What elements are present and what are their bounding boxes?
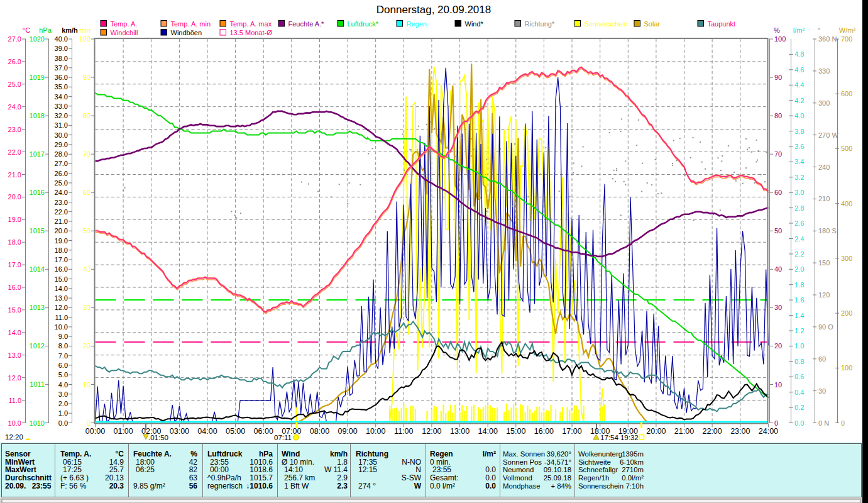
svg-text:24.0: 24.0	[8, 103, 21, 111]
svg-text:2.4: 2.4	[794, 235, 804, 243]
svg-text:Durchschnitt: Durchschnitt	[5, 473, 52, 482]
svg-text:0.0: 0.0	[794, 419, 804, 427]
svg-text:1395m: 1395m	[622, 450, 644, 458]
svg-text:12:20: 12:20	[5, 433, 23, 441]
svg-text:6-10km: 6-10km	[620, 458, 644, 466]
svg-text:4.4: 4.4	[794, 81, 804, 89]
svg-text:2.9: 2.9	[337, 473, 348, 482]
svg-text:Windböen: Windböen	[171, 29, 202, 36]
svg-text:4.8: 4.8	[794, 50, 804, 58]
svg-text:50: 50	[83, 227, 91, 235]
svg-text:25.0: 25.0	[8, 80, 21, 88]
svg-text:25.0: 25.0	[55, 179, 68, 187]
svg-text:37.0: 37.0	[55, 64, 68, 72]
svg-text:1013: 1013	[30, 304, 45, 311]
svg-text:40.0: 40.0	[55, 35, 68, 43]
svg-text:2.6: 2.6	[794, 219, 804, 227]
svg-text:10: 10	[774, 381, 782, 389]
svg-text:15.0: 15.0	[55, 275, 68, 283]
svg-text:(+ 6.63 ): (+ 6.63 )	[60, 473, 89, 482]
svg-text:40: 40	[774, 265, 782, 273]
svg-text:20.13: 20.13	[105, 473, 124, 482]
svg-text:Sichtweite: Sichtweite	[578, 458, 611, 466]
svg-text:Donnerstag, 20.09.2018: Donnerstag, 20.09.2018	[376, 4, 491, 16]
svg-text:01:00: 01:00	[113, 427, 133, 436]
svg-text:274 °: 274 °	[358, 482, 376, 490]
svg-text:19.0: 19.0	[8, 216, 21, 223]
svg-text:2.0: 2.0	[794, 265, 804, 273]
svg-text:6.0: 6.0	[58, 362, 68, 369]
svg-text:39,620°: 39,620°	[547, 450, 571, 458]
svg-text:1012: 1012	[30, 342, 45, 350]
svg-text:28.0: 28.0	[55, 150, 68, 158]
svg-text:l/m²: l/m²	[793, 26, 805, 34]
svg-text:33.0: 33.0	[55, 102, 68, 110]
svg-text:10:00: 10:00	[366, 427, 385, 436]
svg-text:0.6: 0.6	[794, 373, 804, 380]
svg-text:300: 300	[818, 99, 830, 107]
svg-text:180 S: 180 S	[818, 227, 837, 235]
svg-text:°C: °C	[23, 26, 30, 34]
svg-text:60: 60	[83, 189, 91, 196]
svg-text:50: 50	[774, 227, 782, 235]
svg-text:100: 100	[774, 35, 786, 43]
svg-text:8.0: 8.0	[58, 342, 68, 350]
svg-text:Gesamt:: Gesamt:	[430, 473, 458, 482]
svg-text:32.0: 32.0	[55, 112, 68, 119]
svg-text:W: W	[414, 482, 422, 490]
svg-text:0.2: 0.2	[794, 404, 804, 411]
svg-text:2.2: 2.2	[794, 250, 804, 258]
svg-text:17.0: 17.0	[55, 256, 68, 263]
svg-text:21.0: 21.0	[8, 171, 21, 179]
svg-text:40: 40	[83, 265, 91, 273]
svg-text:08:00: 08:00	[310, 427, 329, 436]
svg-text:Regen/1h: Regen/1h	[578, 474, 609, 482]
svg-text:12:15: 12:15	[358, 465, 377, 474]
svg-text:1.8: 1.8	[794, 281, 804, 289]
svg-text:06:25: 06:25	[136, 465, 155, 474]
svg-text:21:00: 21:00	[674, 427, 694, 436]
svg-text:Mondphase: Mondphase	[503, 482, 541, 490]
svg-text:14:00: 14:00	[478, 427, 498, 436]
svg-text:11.0: 11.0	[55, 314, 68, 321]
svg-text:0.0: 0.0	[485, 482, 496, 490]
svg-text:60: 60	[818, 355, 826, 363]
svg-text:80: 80	[83, 112, 91, 119]
svg-text:09:00: 09:00	[338, 427, 357, 436]
svg-text:0.0: 0.0	[485, 473, 496, 482]
svg-text:Feuchte A.*: Feuchte A.*	[288, 20, 325, 28]
svg-text:36.0: 36.0	[55, 74, 68, 81]
svg-text:Sonnen Pos: Sonnen Pos	[503, 458, 542, 466]
svg-text:+ 84%: + 84%	[551, 482, 571, 490]
svg-text:0.0: 0.0	[58, 419, 68, 427]
svg-text:27.0: 27.0	[8, 35, 21, 43]
svg-text:16:00: 16:00	[534, 427, 554, 436]
svg-text:2710m: 2710m	[622, 466, 644, 473]
svg-text:30.0: 30.0	[55, 131, 68, 139]
svg-text:00:00: 00:00	[85, 427, 105, 436]
svg-text:3.0: 3.0	[58, 390, 68, 398]
svg-text:06:00: 06:00	[254, 427, 273, 436]
svg-text:1.4: 1.4	[794, 312, 804, 319]
svg-text:0 N: 0 N	[818, 419, 829, 427]
svg-text:2.3: 2.3	[337, 482, 348, 490]
svg-text:2.8: 2.8	[794, 204, 804, 212]
svg-text:21.0: 21.0	[55, 218, 68, 225]
svg-text:15.0: 15.0	[8, 306, 21, 314]
svg-text:270 W: 270 W	[818, 131, 838, 139]
svg-text:-34,571°: -34,571°	[544, 458, 571, 466]
svg-text:03:00: 03:00	[170, 427, 189, 436]
svg-text:0.0 l/m²: 0.0 l/m²	[430, 482, 455, 490]
svg-text:5.0: 5.0	[58, 371, 68, 379]
svg-text:26.0: 26.0	[8, 58, 21, 65]
svg-text:12.0: 12.0	[55, 304, 68, 311]
svg-text:Solar: Solar	[644, 20, 661, 28]
svg-text:3.8: 3.8	[794, 128, 804, 135]
svg-text:360 N: 360 N	[818, 35, 837, 43]
svg-text:min: min	[79, 26, 91, 34]
svg-text:20.09. 23:55: 20.09. 23:55	[5, 482, 52, 490]
svg-text:100: 100	[841, 364, 852, 372]
svg-text:Temp. A.: Temp. A.	[111, 20, 138, 28]
svg-text:24:00: 24:00	[759, 427, 778, 436]
svg-text:12:00: 12:00	[422, 427, 441, 436]
